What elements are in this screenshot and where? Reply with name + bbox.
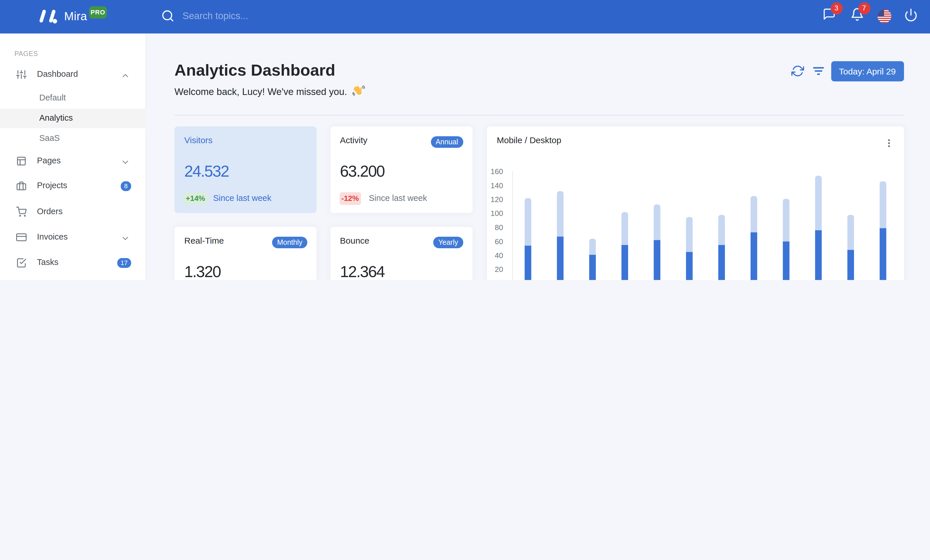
svg-text:80: 80 (495, 223, 503, 232)
svg-text:20: 20 (495, 265, 503, 274)
svg-text:0: 0 (499, 279, 503, 280)
svg-text:40: 40 (495, 251, 503, 260)
svg-text:100: 100 (491, 209, 503, 218)
svg-text:160: 160 (491, 167, 503, 176)
svg-text:120: 120 (491, 195, 503, 204)
svg-text:140: 140 (491, 181, 503, 190)
svg-text:60: 60 (495, 237, 503, 246)
